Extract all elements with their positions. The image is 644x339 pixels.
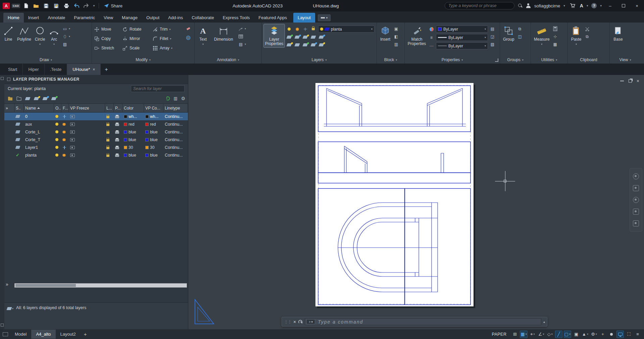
doc-restore-icon[interactable]: [629, 79, 632, 83]
autodesk-app-caret[interactable]: ▾: [587, 4, 588, 7]
polar-tracking-icon[interactable]: ∠▾: [538, 331, 545, 338]
vp-freeze-icon[interactable]: [70, 154, 75, 157]
group-button[interactable]: Group: [502, 24, 515, 43]
save-button[interactable]: [42, 2, 50, 10]
tab-view[interactable]: View: [99, 13, 117, 23]
copy-tool[interactable]: Copy: [94, 35, 122, 42]
column-lock[interactable]: L...: [105, 104, 114, 112]
base-view-button[interactable]: Base: [612, 24, 625, 43]
layer-plot-icon[interactable]: [115, 116, 119, 118]
new-drawing-tab-button[interactable]: +: [101, 64, 112, 75]
edit-block-icon[interactable]: ◧: [393, 33, 399, 40]
quick-select-icon[interactable]: ▩: [552, 41, 558, 47]
leader-tool-icon[interactable]: [238, 26, 244, 32]
fillet-tool[interactable]: Fillet▾: [152, 35, 185, 42]
expand-all-column[interactable]: »: [4, 104, 14, 112]
circle-dropdown[interactable]: ▾: [39, 43, 41, 46]
keyword-search-input[interactable]: [445, 2, 514, 9]
layer-plot-icon[interactable]: [115, 147, 119, 149]
layer-row-planta[interactable]: ✓ planta blue blue Continu...: [4, 151, 188, 159]
hatch-tool-icon[interactable]: ▨: [62, 41, 68, 47]
command-input[interactable]: >▾ Type a command: [305, 318, 541, 325]
layer-plot-icon[interactable]: [115, 124, 119, 126]
vp-freeze-icon[interactable]: [70, 146, 75, 149]
lineweight-combo[interactable]: ByLayer▾: [436, 34, 488, 41]
layer-row-0[interactable]: 0 wh... wh... Continu...: [4, 113, 188, 120]
trim-dropdown[interactable]: ▾: [169, 28, 171, 31]
measure-dropdown[interactable]: ▾: [541, 43, 542, 46]
steering-wheel-icon[interactable]: [633, 173, 639, 179]
move-tool[interactable]: Move: [94, 26, 122, 33]
file-tab-close-icon[interactable]: ×: [93, 67, 95, 72]
layer-plot-icon[interactable]: [115, 155, 119, 157]
clean-screen-icon[interactable]: ⛶: [625, 331, 633, 338]
showmotion-icon[interactable]: [633, 220, 639, 226]
column-vp-freeze[interactable]: VP Freeze: [69, 104, 105, 112]
share-button[interactable]: Share: [104, 3, 122, 8]
recent-commands-button[interactable]: >▾: [306, 319, 315, 324]
column-vp-color[interactable]: VP Co...: [144, 104, 163, 112]
column-status[interactable]: S..: [14, 104, 24, 112]
column-linetype[interactable]: Linetype: [163, 104, 188, 112]
insert-block-button[interactable]: Insert: [379, 24, 392, 43]
layer-row-aux[interactable]: aux red red Continu...: [4, 120, 188, 128]
line-tool[interactable]: Line: [2, 24, 15, 43]
file-tab-uhouse[interactable]: UHouse* ×: [67, 64, 101, 75]
zoom-icon[interactable]: [633, 197, 639, 203]
autocad-logo-icon[interactable]: A: [3, 3, 10, 9]
tab-express-tools[interactable]: Express Tools: [218, 13, 254, 23]
vp-color-swatch[interactable]: [145, 130, 149, 134]
annotation-style-icon[interactable]: ▤: [238, 41, 244, 47]
customization-icon[interactable]: ≡: [634, 331, 641, 338]
arc-tool[interactable]: Arc ▾: [48, 24, 60, 47]
new-layer-vp-frozen-icon[interactable]: [42, 95, 48, 102]
vp-freeze-icon[interactable]: [70, 115, 75, 118]
array-dropdown[interactable]: ▾: [171, 47, 172, 50]
annotation-scale-icon[interactable]: ▲▾: [581, 331, 589, 338]
vp-freeze-icon[interactable]: [70, 130, 75, 134]
color-swatch[interactable]: [124, 154, 127, 157]
autodesk-app-icon[interactable]: A: [580, 3, 583, 8]
layer-walk-icon[interactable]: [310, 34, 316, 40]
merge-layers-icon[interactable]: [318, 42, 325, 48]
text-tool[interactable]: A Text ▾: [197, 24, 209, 47]
tab-home[interactable]: Home: [3, 13, 24, 23]
layer-plot-icon[interactable]: [115, 139, 119, 141]
measure-button[interactable]: Measure ▾: [533, 24, 551, 47]
palette-properties-icon[interactable]: [1, 324, 4, 327]
layout-tab-a4-alto[interactable]: A4_alto: [31, 330, 55, 339]
layer-freeze-icon[interactable]: [63, 123, 65, 126]
group-edit-icon[interactable]: ◫: [516, 33, 523, 40]
vp-color-swatch[interactable]: [145, 123, 149, 126]
layer-on-icon[interactable]: [55, 154, 58, 157]
command-line-customize-icon[interactable]: [298, 320, 303, 324]
panel-label-groups[interactable]: Groups▾: [500, 56, 531, 63]
user-avatar-icon[interactable]: [526, 3, 531, 8]
tab-add-ins[interactable]: Add-ins: [164, 13, 187, 23]
column-freeze[interactable]: F...: [61, 104, 69, 112]
plot-style-icon[interactable]: ▧: [489, 41, 496, 47]
maximize-button[interactable]: [618, 2, 629, 10]
username-label[interactable]: sofiaggbcirne: [534, 3, 560, 8]
viewport-plan[interactable]: [318, 188, 470, 305]
scrollbar-thumb[interactable]: [15, 284, 76, 287]
panel-label-view[interactable]: View▾: [610, 56, 641, 63]
rectangle-tool-icon[interactable]: ▭: [62, 26, 68, 32]
palette-header[interactable]: LAYER PROPERTIES MANAGER: [4, 75, 188, 84]
layer-row-corte-t[interactable]: Corte_T blue blue Continu...: [4, 136, 188, 143]
status-grid-icon[interactable]: [3, 332, 8, 336]
pan-icon[interactable]: [633, 185, 639, 191]
palette-menu-icon[interactable]: [7, 78, 10, 81]
object-color-icon[interactable]: [428, 26, 435, 32]
match-properties-button[interactable]: Match Properties: [407, 24, 427, 47]
arc-dropdown[interactable]: ▾: [53, 43, 55, 46]
column-color[interactable]: Color: [122, 104, 144, 112]
doc-minimize-icon[interactable]: [620, 81, 624, 81]
layer-lock-icon[interactable]: [310, 26, 316, 32]
tab-collaborate[interactable]: Collaborate: [187, 13, 218, 23]
layer-isolate-icon[interactable]: [294, 26, 300, 32]
layer-lock-icon[interactable]: [106, 155, 109, 157]
rotate-tool[interactable]: Rotate: [122, 26, 152, 33]
scale-tool[interactable]: Scale: [122, 44, 152, 52]
redo-button[interactable]: [83, 2, 91, 10]
